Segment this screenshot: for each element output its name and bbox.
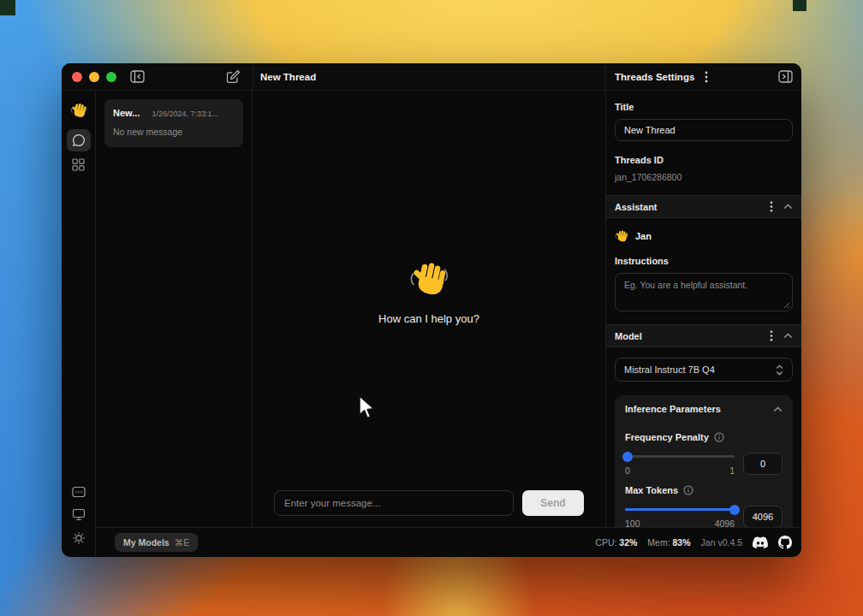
greeting-text: How can I help you? — [378, 312, 479, 325]
mem-stat: Mem: 83% — [647, 537, 690, 548]
instructions-textarea[interactable] — [615, 273, 793, 311]
left-ribbon — [62, 91, 96, 557]
content-row: New... 1/26/2024, 7:33:1... No new messa… — [96, 91, 801, 527]
info-circle-icon[interactable] — [683, 485, 693, 495]
title-label: Title — [615, 102, 793, 112]
inference-header-label: Inference Parameters — [625, 404, 721, 414]
inference-parameters-card: Inference Parameters Frequency Penalty — [615, 395, 793, 527]
window-body: New... 1/26/2024, 7:33:1... No new messa… — [62, 91, 801, 557]
info-circle-icon[interactable] — [714, 432, 724, 442]
updown-select-icon — [776, 364, 783, 376]
desktop: New Thread Threads Settings — [0, 0, 863, 616]
chat-area: How can I help you? Send — [253, 91, 605, 527]
frequency-penalty-label: Frequency Penalty — [625, 432, 709, 442]
model-header-label: Model — [615, 331, 642, 341]
traffic-lights — [72, 72, 116, 82]
inference-collapse-chevron-up-icon[interactable] — [773, 406, 783, 412]
assistant-collapse-chevron-up-icon[interactable] — [783, 204, 793, 210]
gif-artifact — [793, 0, 806, 11]
slider-max-label: 1 — [729, 465, 735, 476]
threads-id-value: jan_1706286800 — [615, 172, 793, 182]
thread-title: New... — [113, 108, 140, 118]
status-bar: My Models ⌘E CPU: 32% Mem: 83% Jan v0.4.… — [96, 527, 801, 557]
settings-gear-icon[interactable] — [72, 531, 86, 545]
titlebar: New Thread Threads Settings — [62, 63, 801, 91]
assistant-identity: Jan — [606, 218, 801, 243]
frequency-penalty-value-input[interactable] — [743, 453, 783, 475]
send-button[interactable]: Send — [522, 490, 584, 516]
titlebar-left — [62, 63, 253, 90]
chat-welcome: How can I help you? — [253, 91, 605, 493]
model-select[interactable]: Mistral Instruct 7B Q4 — [615, 358, 793, 382]
thread-title-input[interactable] — [615, 119, 793, 141]
model-selected-value: Mistral Instruct 7B Q4 — [624, 364, 715, 375]
assistant-wave-hand-icon[interactable] — [70, 102, 87, 119]
threads-id-label: Threads ID — [615, 155, 793, 165]
wave-hand-icon — [409, 259, 449, 299]
my-models-button[interactable]: My Models ⌘E — [115, 533, 198, 552]
threads-settings-title: Threads Settings — [615, 72, 694, 82]
jan-app-window: New Thread Threads Settings — [62, 63, 801, 557]
assistant-name: Jan — [635, 231, 652, 241]
model-kebab-menu-icon[interactable] — [770, 330, 773, 341]
titlebar-right: Threads Settings — [605, 63, 801, 90]
frequency-penalty-slider[interactable] — [625, 455, 735, 458]
slider-min-label: 100 — [625, 518, 640, 527]
model-section-header[interactable]: Model — [606, 324, 801, 347]
cpu-stat: CPU: 32% — [595, 537, 637, 548]
max-tokens-value-input[interactable] — [743, 506, 783, 527]
max-tokens-label: Max Tokens — [625, 485, 678, 495]
frequency-penalty-param: Frequency Penalty — [625, 432, 783, 476]
hub-grid-icon[interactable] — [72, 158, 85, 171]
threads-nav-item[interactable] — [67, 129, 91, 151]
slider-max-label: 4096 — [715, 518, 735, 527]
collapse-left-panel-icon[interactable] — [130, 70, 145, 83]
slider-min-label: 0 — [625, 465, 630, 476]
chat-input-bar: Send — [253, 490, 605, 516]
thread-timestamp: 1/26/2024, 7:33:1... — [152, 110, 218, 118]
page-title: New Thread — [260, 72, 316, 82]
inference-parameters-header[interactable]: Inference Parameters — [625, 395, 783, 423]
discord-icon[interactable] — [753, 536, 768, 548]
max-tokens-param: Max Tokens — [625, 485, 783, 527]
thread-list-panel: New... 1/26/2024, 7:33:1... No new messa… — [96, 91, 253, 527]
model-collapse-chevron-up-icon[interactable] — [783, 333, 793, 339]
instructions-label: Instructions — [615, 256, 793, 266]
assistant-kebab-menu-icon[interactable] — [770, 201, 773, 212]
system-monitor-icon[interactable] — [72, 508, 86, 521]
gif-artifact — [0, 0, 15, 15]
thread-list-item[interactable]: New... 1/26/2024, 7:33:1... No new messa… — [104, 99, 243, 147]
chat-bubble-icon — [72, 133, 86, 147]
close-window-button[interactable] — [72, 72, 82, 82]
main-column: New... 1/26/2024, 7:33:1... No new messa… — [96, 91, 801, 557]
assistant-header-label: Assistant — [615, 202, 658, 212]
assistant-section-header[interactable]: Assistant — [606, 195, 801, 218]
resize-grip-icon[interactable] — [783, 302, 790, 309]
slider-thumb[interactable] — [729, 505, 740, 515]
titlebar-main: New Thread — [253, 63, 605, 90]
message-input[interactable] — [274, 490, 514, 516]
local-api-server-icon[interactable] — [72, 486, 86, 498]
threads-settings-kebab-menu-icon[interactable] — [705, 71, 708, 83]
my-models-shortcut: ⌘E — [175, 537, 190, 548]
zoom-window-button[interactable] — [106, 72, 116, 82]
minimize-window-button[interactable] — [89, 72, 99, 82]
new-thread-compose-icon[interactable] — [226, 69, 241, 84]
collapse-right-panel-icon[interactable] — [778, 70, 793, 83]
jan-wave-hand-icon — [615, 229, 628, 243]
github-icon[interactable] — [778, 536, 792, 549]
max-tokens-slider[interactable] — [625, 508, 735, 511]
thread-preview: No new message — [113, 127, 235, 137]
my-models-label: My Models — [123, 537, 170, 548]
app-version: Jan v0.4.5 — [701, 537, 742, 548]
threads-settings-panel: Title Threads ID jan_1706286800 Assistan… — [605, 91, 801, 527]
slider-thumb[interactable] — [622, 452, 633, 462]
